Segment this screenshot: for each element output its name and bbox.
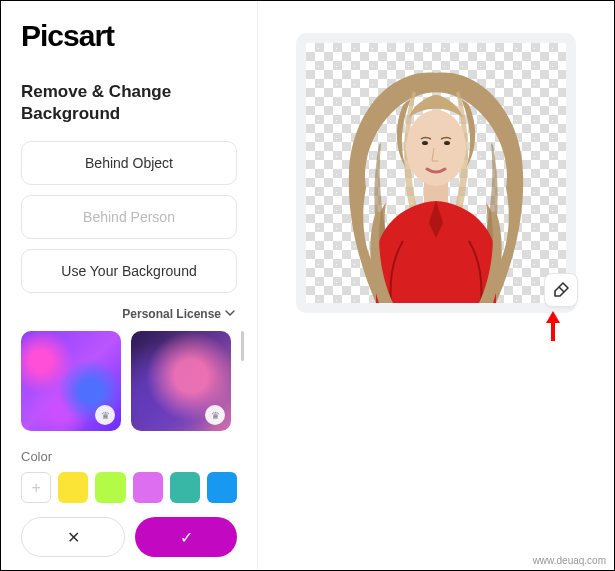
- canvas-area: [258, 1, 614, 570]
- color-swatch-yellow[interactable]: [58, 472, 88, 503]
- color-section-label: Color: [21, 449, 237, 464]
- color-swatch-teal[interactable]: [170, 472, 200, 503]
- background-thumb-2[interactable]: ♛: [131, 331, 231, 431]
- background-thumb-1[interactable]: ♛: [21, 331, 121, 431]
- use-your-background-button[interactable]: Use Your Background: [21, 249, 237, 293]
- cancel-button[interactable]: ✕: [21, 517, 125, 557]
- svg-point-1: [406, 110, 466, 186]
- behind-person-button[interactable]: Behind Person: [21, 195, 237, 239]
- transparent-background[interactable]: [306, 43, 566, 303]
- scrollbar[interactable]: [241, 331, 244, 361]
- background-thumbnails: ♛ ♛: [21, 331, 237, 431]
- license-dropdown[interactable]: Personal License: [21, 307, 235, 321]
- add-color-swatch[interactable]: +: [21, 472, 51, 503]
- canvas-frame: [296, 33, 576, 313]
- premium-badge-icon: ♛: [205, 405, 225, 425]
- svg-line-4: [559, 287, 564, 292]
- color-swatch-lime[interactable]: [95, 472, 125, 503]
- brand-logo: Picsart: [21, 19, 237, 53]
- color-swatches: +: [21, 472, 237, 503]
- action-bar: ✕ ✓: [21, 517, 237, 557]
- chevron-down-icon: [225, 307, 235, 321]
- color-swatch-magenta[interactable]: [133, 472, 163, 503]
- eraser-tool-button[interactable]: [544, 273, 578, 307]
- confirm-button[interactable]: ✓: [135, 517, 237, 557]
- watermark: www.deuaq.com: [533, 555, 606, 566]
- eraser-icon: [552, 281, 570, 299]
- subject-image: [321, 63, 551, 303]
- behind-object-button[interactable]: Behind Object: [21, 141, 237, 185]
- svg-point-2: [422, 141, 428, 145]
- svg-point-3: [444, 141, 450, 145]
- color-swatch-blue[interactable]: [207, 472, 237, 503]
- premium-badge-icon: ♛: [95, 405, 115, 425]
- pointer-arrow-icon: [544, 311, 562, 345]
- section-title: Remove & Change Background: [21, 81, 237, 125]
- license-label: Personal License: [122, 307, 221, 321]
- sidebar: Picsart Remove & Change Background Behin…: [1, 1, 257, 570]
